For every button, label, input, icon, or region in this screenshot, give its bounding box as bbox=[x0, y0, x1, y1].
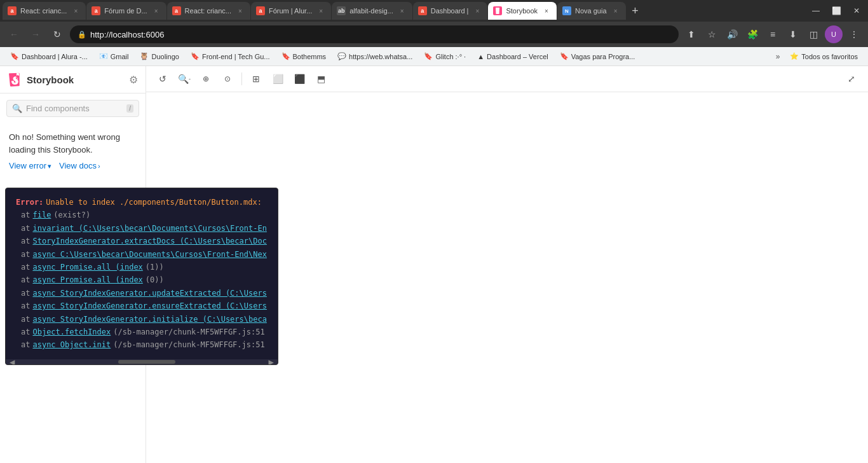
bookmark-whatsapp[interactable]: 💬 https://web.whatsa... bbox=[332, 51, 417, 62]
forward-button[interactable]: → bbox=[27, 25, 44, 43]
scrollbar-thumb[interactable] bbox=[118, 360, 175, 364]
scroll-left-arrow[interactable]: ◀ bbox=[10, 357, 15, 365]
stack-func-8[interactable]: async StoryIndexGenerator.ensureExtracte… bbox=[32, 300, 266, 312]
tab-forum-2[interactable]: a Fórum | Alur... × bbox=[251, 2, 331, 20]
reload-canvas-button[interactable]: ↺ bbox=[154, 70, 172, 88]
bookmark-glitch[interactable]: 🔖 Glitch :·° · bbox=[419, 51, 471, 62]
new-tab-button[interactable]: + bbox=[627, 2, 644, 20]
tab-title-7: Storybook bbox=[506, 7, 538, 15]
sidebar-header: Storybook ⚙ bbox=[0, 66, 146, 93]
extensions-icon[interactable]: 🧩 bbox=[743, 25, 761, 43]
background-button[interactable]: ⬜ bbox=[269, 70, 287, 88]
bookmarks-overflow-button[interactable]: » bbox=[773, 51, 783, 62]
window-controls: — ⬜ ✕ bbox=[807, 2, 865, 20]
reload-button[interactable]: ↻ bbox=[48, 25, 66, 43]
tab-react-2[interactable]: a React: crianc... × bbox=[167, 2, 250, 20]
stack-func-6[interactable]: async Promise.all (index bbox=[32, 273, 142, 286]
stack-line-3: at StoryIndexGenerator.extractDocs (C:\U… bbox=[16, 235, 268, 247]
stack-func-7[interactable]: async StoryIndexGenerator.updateExtracte… bbox=[32, 287, 266, 300]
bookmark-duolingo[interactable]: 🦉 Duolingo bbox=[135, 51, 184, 62]
error-panel: Error: Unable to index ./components/Butt… bbox=[5, 188, 278, 365]
bookmark-favicon-3: 🦉 bbox=[140, 52, 149, 60]
tab-title-4: Fórum | Alur... bbox=[269, 7, 312, 15]
view-docs-link[interactable]: View docs › bbox=[59, 160, 100, 172]
back-button[interactable]: ← bbox=[5, 25, 23, 43]
bookmark-bothemms[interactable]: 🔖 Bothemms bbox=[276, 51, 332, 62]
bookmark-favicon-7: 🔖 bbox=[424, 52, 433, 60]
expand-button[interactable]: ⤢ bbox=[843, 70, 860, 88]
stack-line-2: at invariant (C:\Users\becar\Documents\C… bbox=[16, 222, 268, 235]
bookmark-vagas[interactable]: 🔖 Vagas para Progra... bbox=[555, 51, 641, 62]
tab-close-7[interactable]: × bbox=[541, 6, 552, 16]
error-line-header: Error: Unable to index ./components/Butt… bbox=[16, 196, 268, 209]
stack-func-3[interactable]: StoryIndexGenerator.extractDocs (C:\User… bbox=[32, 235, 266, 247]
sidebar-toggle-icon[interactable]: ◫ bbox=[804, 25, 822, 43]
maximize-button[interactable]: ⬜ bbox=[827, 2, 845, 20]
lock-icon: 🔒 bbox=[78, 31, 86, 39]
search-icon: 🔍 bbox=[12, 104, 22, 113]
stack-line-1: at file (exist?) bbox=[16, 209, 268, 221]
bookmarks-all-button[interactable]: ⭐ Todos os favoritos bbox=[785, 51, 863, 62]
sidebar-error-section: Oh no! Something went wrong loading this… bbox=[0, 123, 146, 180]
search-box[interactable]: 🔍 Find components / bbox=[6, 100, 139, 117]
tab-close-2[interactable]: × bbox=[151, 6, 161, 16]
stack-func-9[interactable]: async StoryIndexGenerator.initialize (C:… bbox=[32, 313, 266, 326]
tab-favicon-7 bbox=[493, 6, 502, 15]
minimize-button[interactable]: — bbox=[807, 2, 825, 20]
bookmarks-all-label: Todos os favoritos bbox=[801, 53, 858, 60]
tab-nova-guia[interactable]: N Nova guia × bbox=[557, 2, 626, 20]
url-bar[interactable]: 🔒 http://localhost:6006 bbox=[70, 25, 679, 43]
viewport-button[interactable]: ⬛ bbox=[290, 70, 308, 88]
view-error-link[interactable]: View error ▾ bbox=[9, 160, 51, 172]
tab-alfabit[interactable]: ab alfabit-desig... × bbox=[332, 2, 412, 20]
sidebar-title: Storybook bbox=[27, 74, 74, 85]
bookmark-vercel[interactable]: ▲ Dashboard – Vercel bbox=[472, 52, 553, 62]
settings-icon[interactable]: ⚙ bbox=[129, 74, 138, 86]
tab-close-1[interactable]: × bbox=[71, 6, 81, 16]
bookmarks-bar: 🔖 Dashboard | Alura -... 📧 Gmail 🦉 Duoli… bbox=[0, 47, 868, 66]
grid-button[interactable]: ⊞ bbox=[247, 70, 265, 88]
bookmark-icon[interactable]: ☆ bbox=[703, 25, 721, 43]
tab-close-4[interactable]: × bbox=[316, 6, 326, 16]
zoom-reset-button[interactable]: ⊙ bbox=[219, 70, 236, 88]
error-message-text: Unable to index ./components/Button/Butt… bbox=[46, 196, 262, 209]
stack-func-2[interactable]: invariant (C:\Users\becar\Documents\Curs… bbox=[32, 222, 266, 235]
stack-func-11[interactable]: async Object.init bbox=[32, 338, 111, 351]
horizontal-scrollbar[interactable]: ◀ ▶ bbox=[6, 359, 278, 364]
profile-icon[interactable]: U bbox=[825, 25, 843, 43]
toolbar-separator-1 bbox=[241, 73, 242, 85]
audio-icon[interactable]: 🔊 bbox=[723, 25, 741, 43]
stack-line-7: at async StoryIndexGenerator.updateExtra… bbox=[16, 287, 268, 300]
stack-func-1[interactable]: file bbox=[32, 209, 51, 221]
bookmark-label-7: Glitch :·° · bbox=[435, 53, 466, 60]
tab-close-8[interactable]: × bbox=[611, 6, 621, 16]
tab-close-3[interactable]: × bbox=[235, 6, 245, 16]
tab-forum-1[interactable]: a Fórum de D... × bbox=[86, 2, 166, 20]
close-button[interactable]: ✕ bbox=[848, 2, 865, 20]
bookmark-gmail[interactable]: 📧 Gmail bbox=[94, 51, 134, 62]
stack-func-4[interactable]: async C:\Users\becar\Documents\Cursos\Fr… bbox=[32, 248, 266, 261]
view-links: View error ▾ View docs › bbox=[9, 160, 137, 172]
tab-storybook[interactable]: Storybook × bbox=[488, 2, 557, 20]
bookmark-dashboard[interactable]: 🔖 Dashboard | Alura -... bbox=[5, 51, 93, 62]
stack-func-5[interactable]: async Promise.all (index bbox=[32, 261, 142, 273]
download-icon[interactable]: ⬇ bbox=[784, 25, 802, 43]
search-input[interactable]: Find components bbox=[26, 104, 123, 113]
star-icon: ⭐ bbox=[790, 52, 799, 60]
tab-close-5[interactable]: × bbox=[397, 6, 407, 16]
bookmark-frontend[interactable]: 🔖 Front-end | Tech Gu... bbox=[186, 51, 275, 62]
tab-close-6[interactable]: × bbox=[472, 6, 482, 16]
stack-func-10[interactable]: Object.fetchIndex bbox=[32, 326, 111, 338]
zoom-in-button[interactable]: ⊕ bbox=[197, 70, 215, 88]
scroll-right-arrow[interactable]: ▶ bbox=[269, 357, 274, 365]
measure-button[interactable]: ⬒ bbox=[312, 70, 330, 88]
tab-dashboard[interactable]: a Dashboard | × bbox=[413, 2, 488, 20]
bookmark-label-1: Dashboard | Alura -... bbox=[22, 53, 88, 60]
zoom-out-button[interactable]: 🔍- bbox=[175, 70, 193, 88]
tab-react-1[interactable]: a React: crianc... × bbox=[3, 2, 86, 20]
stack-line-8: at async StoryIndexGenerator.ensureExtra… bbox=[16, 300, 268, 312]
share-icon[interactable]: ⬆ bbox=[682, 25, 700, 43]
format-icon[interactable]: ≡ bbox=[764, 25, 782, 43]
storybook-logo-icon bbox=[8, 73, 22, 86]
menu-icon[interactable]: ⋮ bbox=[845, 25, 863, 43]
